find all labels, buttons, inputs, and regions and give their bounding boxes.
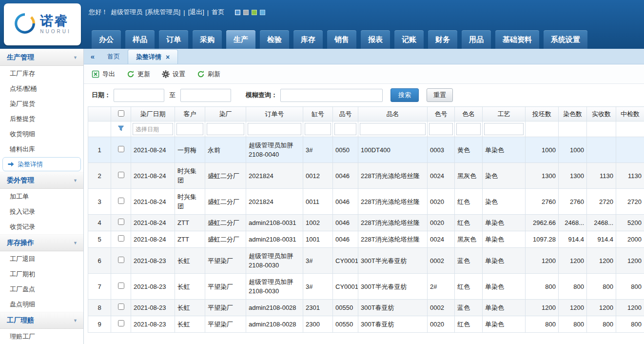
nav-tab-2[interactable]: 样品: [125, 30, 155, 49]
nav-tab-8[interactable]: 销售: [327, 30, 356, 49]
table-row[interactable]: 82021-08-23长虹平望染厂admin2108-0028230100550…: [88, 300, 644, 316]
tab[interactable]: 首页: [99, 49, 128, 64]
row-checkbox[interactable]: [118, 172, 124, 178]
column-header[interactable]: 实收数: [587, 107, 616, 121]
row-checkbox[interactable]: [118, 219, 124, 225]
date-from-input[interactable]: [114, 89, 164, 102]
sidebar-item[interactable]: 染厂提货: [0, 96, 83, 111]
theme-swatch-4[interactable]: [260, 10, 265, 15]
column-header[interactable]: 品名: [358, 107, 428, 121]
nav-tab-12[interactable]: 用品: [462, 30, 491, 49]
sidebar-item[interactable]: 后整提货: [0, 111, 83, 126]
row-checkbox[interactable]: [118, 283, 124, 289]
theme-swatch-2[interactable]: [243, 10, 249, 15]
column-filter-input[interactable]: [484, 123, 524, 135]
sidebar-item[interactable]: 辅料出库: [0, 142, 83, 157]
table-row[interactable]: 72021-08-23长虹平望染厂超级管理员加胖2108-00303#CY000…: [88, 274, 644, 300]
date-filter-input[interactable]: [133, 123, 173, 135]
sidebar-item[interactable]: 工厂期初: [0, 266, 83, 282]
table-row[interactable]: 42021-08-24ZTT盛虹二分厂admin2108-00311002004…: [88, 215, 644, 231]
update-button[interactable]: 更新: [127, 70, 150, 79]
close-icon[interactable]: ×: [166, 54, 170, 61]
export-button[interactable]: 导出: [92, 70, 115, 79]
nav-tab-6[interactable]: 检验: [260, 30, 289, 49]
sidebar-item[interactable]: 工厂库存: [0, 66, 83, 81]
sidebar-section-header[interactable]: 工厂理赔▼: [0, 312, 83, 329]
row-checkbox[interactable]: [118, 320, 124, 326]
nav-tab-10[interactable]: 记账: [394, 30, 424, 49]
tab-active[interactable]: 染整详情×: [128, 49, 178, 64]
sidebar-item[interactable]: 盘点明细: [0, 297, 83, 312]
home-link[interactable]: 首页: [212, 8, 224, 17]
nav-tab-5[interactable]: 生产: [226, 30, 255, 49]
sidebar-item[interactable]: 收货明细: [0, 126, 83, 142]
table-row[interactable]: 12021-08-24一剪梅永前超级管理员加胖2108-00403#005010…: [88, 137, 644, 163]
sidebar-item[interactable]: 点坯/配桶: [0, 81, 83, 96]
column-filter-input[interactable]: [360, 123, 426, 135]
column-header[interactable]: 客户: [175, 107, 205, 121]
table-row[interactable]: 32021-08-24时兴集团盛虹二分厂202182400110046228T消…: [88, 189, 644, 215]
table-row[interactable]: 52021-08-24ZTT盛虹二分厂admin2108-00311001004…: [88, 231, 644, 248]
sidebar-item[interactable]: 工厂退回: [0, 251, 83, 266]
nav-tab-7[interactable]: 库存: [293, 30, 323, 49]
sidebar-section-header[interactable]: 生产管理▼: [0, 49, 83, 66]
column-header[interactable]: 品号: [333, 107, 358, 121]
row-checkbox[interactable]: [118, 257, 124, 263]
main-content: « 首页染整详情× 导出更新设置刷新 日期： 至 模糊查询： 搜索 重置: [84, 49, 644, 344]
tab-scroll-left[interactable]: «: [86, 49, 99, 64]
column-header[interactable]: 染厂日期: [131, 107, 175, 121]
table-row[interactable]: 22021-08-24时兴集团盛虹二分厂202182400120046228T消…: [88, 163, 644, 189]
cell: 2021-08-23: [131, 274, 175, 300]
column-header[interactable]: 订单号: [246, 107, 303, 121]
column-header[interactable]: 色号: [428, 107, 455, 121]
filter-funnel-icon[interactable]: [117, 125, 124, 132]
row-checkbox[interactable]: [118, 235, 124, 242]
date-to-input[interactable]: [180, 89, 231, 102]
nav-tab-14[interactable]: 系统设置: [544, 30, 587, 49]
theme-swatch-1[interactable]: [235, 10, 240, 15]
logout-link[interactable]: [退出]: [188, 8, 204, 17]
select-all-checkbox[interactable]: [118, 110, 124, 117]
sidebar-section-header[interactable]: 库存操作▼: [0, 234, 83, 251]
nav-tab-3[interactable]: 订单: [159, 30, 188, 49]
column-filter-input[interactable]: [248, 123, 301, 135]
column-header[interactable]: 色名: [455, 107, 483, 121]
sidebar-item[interactable]: 工厂盘点: [0, 282, 83, 297]
cell: 黑灰色: [455, 231, 483, 248]
column-header[interactable]: 中检数: [616, 107, 644, 121]
nav-tab-1[interactable]: 办公: [92, 30, 121, 49]
table-row[interactable]: 62021-08-23长虹平望染厂超级管理员加胖2108-00303#CY000…: [88, 248, 644, 274]
column-header[interactable]: 缸号: [303, 107, 333, 121]
column-filter-input[interactable]: [207, 123, 244, 135]
sidebar-section-header[interactable]: 委外管理▼: [0, 172, 83, 189]
cell: 0046: [333, 163, 358, 189]
column-header[interactable]: 投坯数: [526, 107, 559, 121]
reset-button[interactable]: 重置: [427, 88, 453, 102]
column-filter-input[interactable]: [456, 123, 481, 135]
table-row[interactable]: 92021-08-23长虹平望染厂admin2108-0028230000550…: [88, 316, 644, 333]
row-checkbox[interactable]: [118, 304, 124, 310]
sidebar-item[interactable]: 理赔工厂: [0, 329, 83, 344]
column-filter-input[interactable]: [305, 123, 331, 135]
sidebar-item[interactable]: 收货记录: [0, 219, 83, 234]
column-filter-input[interactable]: [429, 123, 453, 135]
nav-tab-9[interactable]: 报表: [361, 30, 390, 49]
row-checkbox[interactable]: [118, 198, 124, 204]
column-header[interactable]: 染色数: [559, 107, 587, 121]
sidebar-item[interactable]: 投入记录: [0, 204, 83, 219]
fuzzy-query-input[interactable]: [280, 89, 383, 102]
column-filter-input[interactable]: [334, 123, 356, 135]
settings-button[interactable]: 设置: [162, 70, 185, 79]
nav-tab-4[interactable]: 采购: [193, 30, 222, 49]
refresh-button[interactable]: 刷新: [197, 70, 220, 79]
column-filter-input[interactable]: [176, 123, 203, 135]
nav-tab-11[interactable]: 财务: [428, 30, 457, 49]
theme-swatch-3[interactable]: [252, 10, 257, 15]
sidebar-item[interactable]: 加工单: [0, 189, 83, 204]
row-checkbox[interactable]: [118, 146, 124, 152]
nav-tab-13[interactable]: 基础资料: [495, 30, 539, 49]
sidebar-item-active[interactable]: 染整详情: [2, 157, 81, 171]
column-header[interactable]: 染厂: [205, 107, 246, 121]
search-button[interactable]: 搜索: [390, 88, 419, 102]
column-header[interactable]: 工艺: [483, 107, 526, 121]
